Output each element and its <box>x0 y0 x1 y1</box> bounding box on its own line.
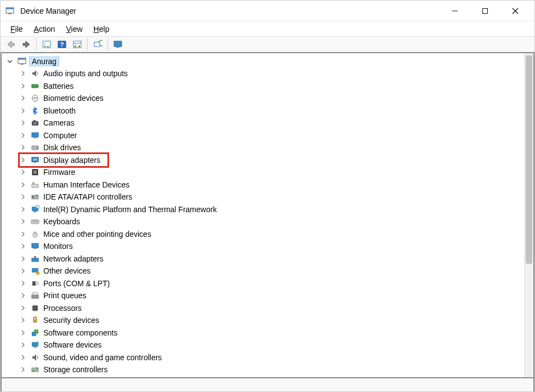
expand-icon[interactable] <box>20 207 28 212</box>
menu-help[interactable]: Help <box>88 23 115 35</box>
node-label[interactable]: Ports (COM & LPT) <box>42 279 111 288</box>
expand-icon[interactable] <box>20 83 28 89</box>
node-label[interactable]: Software components <box>42 328 118 337</box>
tree-node-display[interactable]: Display adapters <box>20 154 524 167</box>
menu-file[interactable]: File <box>5 23 29 35</box>
tree-node-storage[interactable]: Storage controllers <box>20 363 524 376</box>
node-label[interactable]: Sound, video and game controllers <box>42 353 163 362</box>
expand-icon[interactable] <box>20 342 28 348</box>
expand-icon[interactable] <box>20 367 28 372</box>
tree-node-diskdrives[interactable]: Disk drives <box>20 141 524 154</box>
expand-icon[interactable] <box>20 108 28 113</box>
node-label[interactable]: Batteries <box>42 82 75 90</box>
close-button[interactable] <box>500 1 530 21</box>
tree-node-intel-dptf[interactable]: Intel(R) Dynamic Platform and Thermal Fr… <box>20 203 524 216</box>
hid-icon <box>30 180 40 190</box>
node-label[interactable]: Display adapters <box>42 156 101 164</box>
expand-icon[interactable] <box>20 120 28 126</box>
tree-node-processors[interactable]: Processors <box>20 302 524 315</box>
tree-node-mice[interactable]: Mice and other pointing devices <box>20 228 524 241</box>
node-label[interactable]: Security devices <box>42 316 100 325</box>
forward-button[interactable] <box>19 38 33 51</box>
node-label[interactable]: Network adapters <box>42 254 105 263</box>
menu-action[interactable]: Action <box>29 23 61 35</box>
expand-icon[interactable] <box>20 355 28 360</box>
tree-node-hid[interactable]: Human Interface Devices <box>20 179 524 191</box>
monitor-icon-button[interactable] <box>111 38 125 51</box>
tree-node-keyboards[interactable]: Keyboards <box>20 215 524 228</box>
node-label[interactable]: Print queues <box>42 291 88 300</box>
tree-node-swdevices[interactable]: Software devices <box>20 339 524 351</box>
node-label[interactable]: Disk drives <box>42 143 82 152</box>
expand-icon[interactable] <box>20 133 28 138</box>
node-label[interactable]: IDE ATA/ATAPI controllers <box>42 192 133 201</box>
node-label[interactable]: Intel(R) Dynamic Platform and Thermal Fr… <box>42 205 218 214</box>
expand-icon[interactable] <box>20 145 28 150</box>
node-label[interactable]: Firmware <box>42 168 76 177</box>
tree-node-monitors[interactable]: Monitors <box>20 240 524 253</box>
expand-icon[interactable] <box>20 268 28 274</box>
expand-icon[interactable] <box>20 157 28 163</box>
swcomponents-icon <box>30 328 40 338</box>
menu-view[interactable]: View <box>61 23 88 35</box>
tree-node-bluetooth[interactable]: Bluetooth <box>20 105 524 117</box>
expand-icon[interactable] <box>20 317 28 323</box>
device-tree[interactable]: Anurag Audio inputs and outputsBatteries… <box>2 53 524 377</box>
toolbar-separator <box>36 38 37 50</box>
node-label[interactable]: Computer <box>42 131 78 140</box>
collapse-icon[interactable] <box>7 59 15 64</box>
tree-node-printqueues[interactable]: Print queues <box>20 289 524 302</box>
scan-hardware-button[interactable] <box>70 38 84 51</box>
tree-node-ports[interactable]: Ports (COM & LPT) <box>20 277 524 290</box>
vertical-scrollbar[interactable] <box>524 53 533 377</box>
expand-icon[interactable] <box>20 194 28 200</box>
show-hide-tree-button[interactable] <box>39 38 54 51</box>
node-label[interactable]: Software devices <box>42 340 103 349</box>
statusbar <box>1 377 534 392</box>
tree-node-audio[interactable]: Audio inputs and outputs <box>20 67 524 80</box>
node-label[interactable]: Bluetooth <box>42 106 77 115</box>
expand-icon[interactable] <box>20 95 28 101</box>
expand-icon[interactable] <box>20 71 28 76</box>
node-label[interactable]: Human Interface Devices <box>42 180 130 189</box>
tree-node-batteries[interactable]: Batteries <box>20 80 524 93</box>
tree-node-swcomponents[interactable]: Software components <box>20 327 524 339</box>
node-label[interactable]: Storage controllers <box>42 365 109 374</box>
tree-node-ide[interactable]: IDE ATA/ATAPI controllers <box>20 191 524 203</box>
expand-icon[interactable] <box>20 330 28 336</box>
node-label[interactable]: Biometric devices <box>42 94 105 103</box>
toolbar-separator <box>107 38 108 50</box>
tree-node-computer[interactable]: Computer <box>20 129 524 142</box>
node-label[interactable]: Other devices <box>42 266 92 275</box>
tree-node-network[interactable]: Network adapters <box>20 253 524 265</box>
tree-node-sound[interactable]: Sound, video and game controllers <box>20 351 524 364</box>
back-button[interactable] <box>4 38 18 51</box>
expand-icon[interactable] <box>20 243 28 249</box>
tree-node-other[interactable]: !Other devices <box>20 265 524 277</box>
help-button[interactable]: ? <box>55 38 69 51</box>
scroll-thumb[interactable] <box>526 55 532 264</box>
maximize-button[interactable] <box>470 1 500 21</box>
tree-node-firmware[interactable]: Firmware <box>20 166 524 179</box>
expand-icon[interactable] <box>20 281 28 286</box>
node-label[interactable]: Mice and other pointing devices <box>42 230 152 238</box>
node-label[interactable]: Processors <box>42 304 83 313</box>
expand-icon[interactable] <box>20 305 28 311</box>
node-label[interactable]: Audio inputs and outputs <box>42 69 129 78</box>
node-label[interactable]: Monitors <box>42 242 74 251</box>
node-label[interactable]: Keyboards <box>42 217 81 226</box>
expand-icon[interactable] <box>20 219 28 224</box>
scan-changes-button[interactable] <box>90 38 105 51</box>
expand-icon[interactable] <box>20 293 28 298</box>
tree-node-cameras[interactable]: Cameras <box>20 117 524 129</box>
tree-node-biometric[interactable]: Biometric devices <box>20 92 524 105</box>
node-label[interactable]: Cameras <box>42 118 76 127</box>
expand-icon[interactable] <box>20 256 28 262</box>
root-label[interactable]: Anurag <box>29 56 59 66</box>
tree-root-node[interactable]: Anurag <box>7 55 524 67</box>
expand-icon[interactable] <box>20 169 28 175</box>
expand-icon[interactable] <box>20 182 28 188</box>
expand-icon[interactable] <box>20 231 28 237</box>
tree-node-security[interactable]: Security devices <box>20 314 524 327</box>
minimize-button[interactable] <box>440 1 470 21</box>
